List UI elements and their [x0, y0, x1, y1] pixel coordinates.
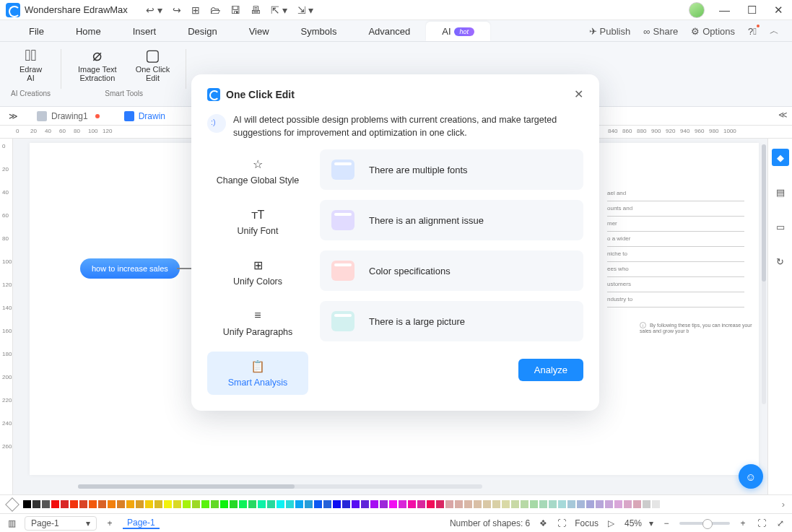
color-swatch[interactable]	[314, 500, 322, 508]
zoom-chevron-icon[interactable]: ▾	[649, 518, 653, 528]
color-swatch[interactable]	[558, 500, 566, 508]
color-swatch[interactable]	[661, 500, 669, 508]
color-swatch[interactable]	[445, 500, 453, 508]
new-icon[interactable]: ⊞	[191, 4, 200, 16]
opt-change-global-style[interactable]: ☆Change Global Style	[207, 149, 308, 193]
zoom-value[interactable]: 45%	[625, 518, 642, 528]
color-swatch[interactable]	[436, 500, 444, 508]
redo-icon[interactable]: ↪	[173, 4, 181, 16]
publish-button[interactable]: ✈ Publish	[589, 26, 631, 37]
color-swatch[interactable]	[23, 500, 31, 508]
share-button[interactable]: ∞ Share	[643, 26, 678, 37]
color-swatch[interactable]	[173, 500, 181, 508]
play-icon[interactable]: ▷	[606, 518, 617, 528]
color-swatch[interactable]	[61, 500, 69, 508]
menu-advanced[interactable]: Advanced	[352, 22, 426, 41]
print-icon[interactable]: 🖶	[251, 4, 261, 16]
palette-scroll-right-icon[interactable]: ›	[782, 499, 785, 510]
color-swatch[interactable]	[258, 500, 266, 508]
color-swatch[interactable]	[567, 500, 575, 508]
color-swatch[interactable]	[79, 500, 87, 508]
doctab-drawing1[interactable]: Drawing1	[27, 109, 110, 123]
color-swatch[interactable]	[230, 500, 238, 508]
history-icon[interactable]: ↻	[772, 253, 789, 270]
opt-smart-analysis[interactable]: 📋Smart Analysis	[207, 352, 308, 395]
avatar[interactable]	[689, 2, 705, 18]
analyze-button[interactable]: Analyze	[518, 359, 583, 381]
color-picker-icon[interactable]	[5, 497, 19, 512]
color-swatch[interactable]	[211, 500, 219, 508]
color-swatch[interactable]	[248, 500, 256, 508]
menu-insert[interactable]: Insert	[117, 22, 173, 41]
color-swatch[interactable]	[577, 500, 585, 508]
result-multiple-fonts[interactable]: There are multiple fonts	[320, 149, 583, 190]
result-color-specs[interactable]: Color specifications	[320, 250, 583, 291]
color-swatch[interactable]	[117, 500, 125, 508]
color-swatch[interactable]	[342, 500, 350, 508]
color-swatch[interactable]	[239, 500, 247, 508]
maximize-icon[interactable]: ☐	[744, 4, 760, 17]
color-swatch[interactable]	[586, 500, 594, 508]
color-swatch[interactable]	[624, 500, 632, 508]
color-swatch[interactable]	[483, 500, 491, 508]
color-swatch[interactable]	[126, 500, 134, 508]
color-swatch[interactable]	[361, 500, 369, 508]
color-swatch[interactable]	[502, 500, 510, 508]
color-swatch[interactable]	[427, 500, 435, 508]
undo-icon[interactable]: ↩ ▾	[146, 4, 162, 16]
menu-symbols[interactable]: Symbols	[285, 22, 353, 41]
horizontal-scrollbar[interactable]	[78, 484, 482, 489]
opt-unify-paragraphs[interactable]: ≡Unify Paragraphs	[207, 301, 308, 344]
color-swatch[interactable]	[389, 500, 397, 508]
vertical-scrollbar[interactable]	[762, 144, 766, 404]
menu-ai[interactable]: AI hot	[426, 22, 490, 41]
close-icon[interactable]: ✕	[771, 4, 786, 17]
layout-icon[interactable]: ▥	[6, 518, 17, 528]
color-swatch[interactable]	[220, 500, 228, 508]
color-swatch[interactable]	[201, 500, 209, 508]
color-swatch[interactable]	[417, 500, 425, 508]
edraw-ai-button[interactable]: ✧⃟ Edraw AI	[11, 45, 51, 85]
help-icon[interactable]: ?⃝	[748, 26, 757, 37]
menu-view[interactable]: View	[233, 22, 285, 41]
result-large-picture[interactable]: There is a large picture	[320, 301, 583, 341]
focus-frame-icon[interactable]: ⛶	[556, 518, 567, 528]
color-swatch[interactable]	[295, 500, 303, 508]
image-text-extraction-button[interactable]: ⌀ Image Text Extraction	[72, 45, 123, 85]
color-swatch[interactable]	[633, 500, 641, 508]
color-swatch[interactable]	[408, 500, 416, 508]
expand-panel-icon[interactable]: ≫	[4, 111, 22, 121]
color-swatch[interactable]	[192, 500, 200, 508]
color-swatch[interactable]	[380, 500, 388, 508]
color-swatch[interactable]	[42, 500, 50, 508]
color-swatch[interactable]	[352, 500, 360, 508]
color-swatch[interactable]	[108, 500, 116, 508]
open-icon[interactable]: 🗁	[210, 4, 220, 16]
share-small-icon[interactable]: ⇲ ▾	[297, 4, 314, 16]
menu-file[interactable]: File	[13, 22, 60, 41]
ai-assistant-bubble[interactable]: ☺	[739, 464, 763, 489]
minimize-icon[interactable]: —	[716, 4, 733, 16]
collapse-ribbon-icon[interactable]: ︿	[770, 25, 779, 38]
focus-label[interactable]: Focus	[575, 518, 599, 528]
color-swatch[interactable]	[32, 500, 40, 508]
presentation-icon[interactable]: ▭	[772, 218, 789, 235]
color-swatch[interactable]	[70, 500, 78, 508]
color-swatch[interactable]	[155, 500, 162, 508]
color-swatch[interactable]	[549, 500, 557, 508]
menu-home[interactable]: Home	[60, 22, 117, 41]
opt-unify-colors[interactable]: ⊞Unify Colors	[207, 250, 308, 294]
color-swatch[interactable]	[652, 500, 660, 508]
color-swatch[interactable]	[511, 500, 519, 508]
color-swatch[interactable]	[145, 500, 153, 508]
color-swatch[interactable]	[305, 500, 313, 508]
color-swatch[interactable]	[277, 500, 284, 508]
color-swatch[interactable]	[333, 500, 341, 508]
color-swatch[interactable]	[521, 500, 528, 508]
page-tab[interactable]: Page-1	[123, 518, 160, 529]
mindmap-root-node[interactable]: how to increase sales	[80, 258, 180, 279]
color-swatch[interactable]	[530, 500, 538, 508]
zoom-out-icon[interactable]: −	[661, 518, 672, 528]
page-select[interactable]: Page-1▾	[25, 516, 97, 531]
color-swatch[interactable]	[474, 500, 482, 508]
